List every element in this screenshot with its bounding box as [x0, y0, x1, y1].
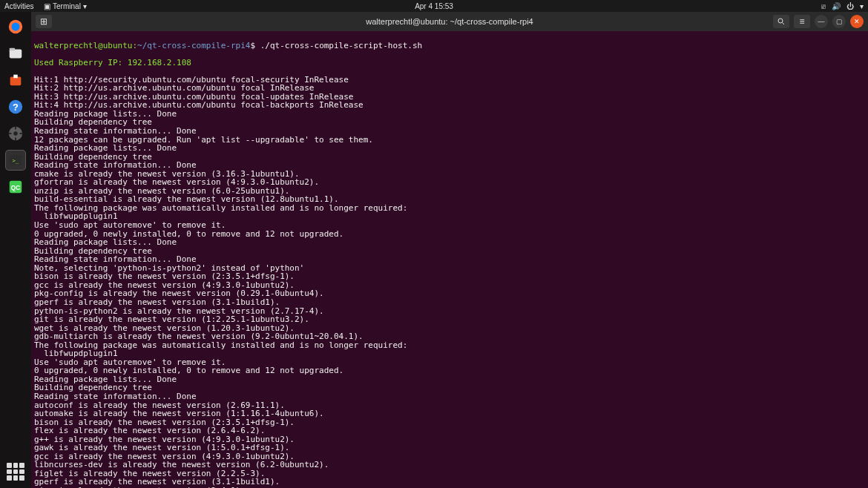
- window-titlebar: ⊞ walterprechtl@ubuntu: ~/qt-cross-compi…: [31, 12, 868, 31]
- dock-files[interactable]: [5, 43, 26, 64]
- output-line: The following package was automatically …: [34, 204, 865, 213]
- dock-show-apps[interactable]: [7, 463, 24, 481]
- output-line: Use 'sudo apt autoremove' to remove it.: [34, 221, 865, 230]
- dock-terminal[interactable]: >_: [5, 150, 26, 171]
- prompt-user: walterprechtl@ubuntu: [34, 41, 132, 50]
- output-line: Reading package lists... Done: [34, 110, 865, 119]
- chevron-down-icon: ▾: [83, 2, 87, 10]
- svg-point-9: [13, 131, 18, 136]
- new-tab-button[interactable]: ⊞: [36, 15, 52, 28]
- maximize-button[interactable]: ▢: [832, 15, 846, 28]
- output-line: gperf is already the newest version (3.1…: [34, 298, 865, 307]
- terminal-window: ⊞ walterprechtl@ubuntu: ~/qt-cross-compi…: [31, 12, 868, 488]
- output-line: gdb-multiarch is already the newest vers…: [34, 332, 865, 341]
- output-line: Reading package lists... Done: [34, 144, 865, 153]
- volume-icon[interactable]: 🔊: [832, 2, 841, 10]
- svg-text:QC: QC: [11, 185, 20, 191]
- prompt-path: ~/qt-cross-compile-rpi4: [137, 41, 250, 50]
- app-menu[interactable]: ▣ Terminal ▾: [44, 2, 86, 10]
- svg-point-1: [12, 23, 20, 31]
- dock-qtcreator[interactable]: QC: [5, 177, 26, 197]
- info-line: Used Raspberry IP: 192.168.2.108: [34, 59, 865, 67]
- clock[interactable]: Apr 4 15:53: [415, 2, 453, 10]
- gnome-top-bar: Activities ▣ Terminal ▾ Apr 4 15:53 ⎚ 🔊 …: [0, 0, 868, 12]
- output-line: git is already the newest version (1:2.2…: [34, 315, 865, 324]
- minimize-button[interactable]: —: [815, 15, 828, 28]
- terminal-output: Hit:1 http://security.ubuntu.com/ubuntu …: [34, 76, 865, 488]
- svg-rect-3: [10, 48, 15, 51]
- svg-text:?: ?: [13, 102, 19, 113]
- output-line: Reading package lists... Done: [34, 375, 865, 384]
- output-line: The following package was automatically …: [34, 341, 865, 350]
- network-icon[interactable]: ⎚: [821, 2, 826, 10]
- app-menu-label: Terminal: [53, 2, 81, 10]
- command-text: ./qt-cross-compile-script-host.sh: [260, 41, 423, 50]
- output-line: Reading state information... Done: [34, 127, 865, 136]
- search-button[interactable]: [773, 15, 789, 28]
- menu-button[interactable]: ≡: [794, 15, 810, 28]
- svg-point-18: [778, 19, 783, 23]
- svg-text:>_: >_: [12, 157, 19, 164]
- terminal-app-icon: ▣: [44, 2, 50, 10]
- dock-firefox[interactable]: [5, 16, 26, 37]
- dock-help[interactable]: ?: [5, 96, 26, 117]
- svg-line-19: [783, 23, 785, 25]
- dock-settings[interactable]: [5, 123, 26, 144]
- activities-button[interactable]: Activities: [4, 2, 33, 10]
- gnome-dock: ? >_ QC: [0, 12, 31, 488]
- dock-software[interactable]: [5, 70, 26, 90]
- chevron-down-icon[interactable]: ▾: [860, 2, 864, 10]
- terminal-body[interactable]: walterprechtl@ubuntu:~/qt-cross-compile-…: [31, 31, 868, 488]
- prompt-symbol: $: [250, 41, 255, 50]
- close-button[interactable]: ✕: [850, 15, 864, 28]
- output-line: automake is already the newest version (…: [34, 409, 865, 418]
- window-title: walterprechtl@ubuntu: ~/qt-cross-compile…: [366, 17, 533, 26]
- output-line: flex is already the newest version (2.6.…: [34, 426, 865, 435]
- power-icon[interactable]: ⏻: [846, 2, 854, 10]
- output-line: Reading state information... Done: [34, 392, 865, 401]
- output-line: Reading package lists... Done: [34, 238, 865, 247]
- svg-rect-5: [13, 75, 18, 79]
